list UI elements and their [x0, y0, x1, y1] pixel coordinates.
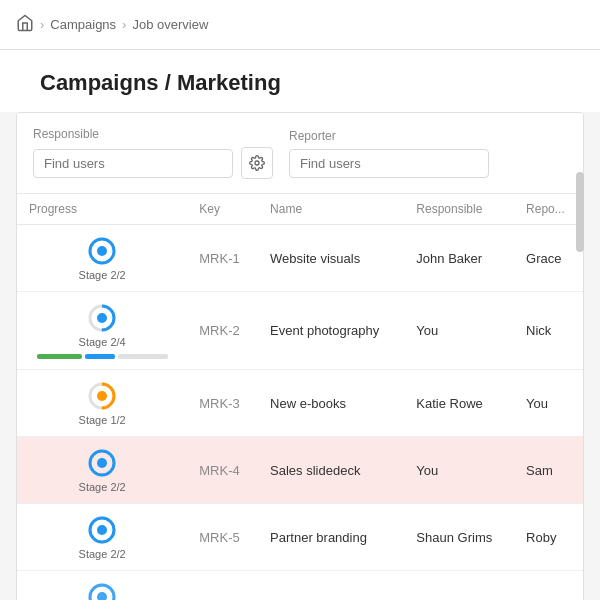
table-row[interactable]: Stage 2/2 MRK-4Sales slidedeckYouSam: [17, 437, 583, 504]
svg-point-12: [97, 458, 107, 468]
reporter-filter-label: Reporter: [289, 129, 489, 143]
key-cell: MRK-4: [187, 437, 258, 504]
progress-cell: Stage 2/2: [17, 225, 187, 292]
table-row[interactable]: Stage 1/2 MRK-3New e-booksKatie RoweYou: [17, 370, 583, 437]
svg-point-3: [97, 246, 107, 256]
stage-label: Stage 2/2: [79, 481, 126, 493]
progress-cell: Stage 2/4: [17, 292, 187, 370]
col-key: Key: [187, 194, 258, 225]
scrollbar[interactable]: [576, 172, 584, 252]
reporter-cell: Grace: [514, 225, 583, 292]
name-cell[interactable]: Sales slidedeck: [258, 437, 404, 504]
progress-cell: Stage 2/2: [17, 437, 187, 504]
col-responsible: Responsible: [404, 194, 514, 225]
name-cell[interactable]: Website visuals: [258, 225, 404, 292]
stage-label: Stage 2/2: [79, 269, 126, 281]
svg-point-15: [97, 525, 107, 535]
stage-label: Stage 1/2: [79, 414, 126, 426]
responsible-filter-label: Responsible: [33, 127, 273, 141]
reporter-search-input[interactable]: [289, 149, 489, 178]
svg-point-6: [97, 313, 107, 323]
key-cell: MRK-5: [187, 571, 258, 601]
jobs-table: Progress Key Name Responsible Repo... St…: [17, 194, 583, 600]
key-cell: MRK-1: [187, 225, 258, 292]
progress-cell: Stage 2/2: [17, 571, 187, 601]
filter-bar: Responsible Reporter: [17, 113, 583, 194]
responsible-cell: John Baker: [404, 225, 514, 292]
reporter-cell: Sam: [514, 437, 583, 504]
responsible-search-input[interactable]: [33, 149, 233, 178]
name-cell[interactable]: Event photography: [258, 292, 404, 370]
breadcrumb-campaigns[interactable]: Campaigns: [50, 17, 116, 32]
key-cell: MRK-5: [187, 504, 258, 571]
reporter-cell: Nick: [514, 292, 583, 370]
reporter-cell: Roby: [514, 504, 583, 571]
stage-label: Stage 2/2: [79, 548, 126, 560]
responsible-cell: You: [404, 292, 514, 370]
key-cell: MRK-2: [187, 292, 258, 370]
name-cell[interactable]: Partner branding: [258, 504, 404, 571]
svg-point-9: [97, 391, 107, 401]
progress-cell: Stage 1/2: [17, 370, 187, 437]
responsible-cell: John Baker: [404, 571, 514, 601]
svg-point-18: [97, 592, 107, 600]
breadcrumb-sep2: ›: [122, 17, 126, 32]
table-row[interactable]: Stage 2/2 MRK-5Partner brandingShaun Gri…: [17, 504, 583, 571]
col-reporter: Repo...: [514, 194, 583, 225]
table-row[interactable]: Stage 2/2 MRK-1Website visualsJohn Baker…: [17, 225, 583, 292]
table-row[interactable]: Stage 2/2 MRK-5BusinesscardsJohn BakerJo…: [17, 571, 583, 601]
progress-cell: Stage 2/2: [17, 504, 187, 571]
reporter-cell: John: [514, 571, 583, 601]
stage-label: Stage 2/4: [79, 336, 126, 348]
breadcrumb-job-overview: Job overview: [132, 17, 208, 32]
gear-button[interactable]: [241, 147, 273, 179]
svg-point-0: [255, 161, 259, 165]
breadcrumb-sep1: ›: [40, 17, 44, 32]
col-name: Name: [258, 194, 404, 225]
reporter-cell: You: [514, 370, 583, 437]
name-cell[interactable]: Businesscards: [258, 571, 404, 601]
name-cell[interactable]: New e-books: [258, 370, 404, 437]
home-icon[interactable]: [16, 14, 34, 35]
page-title: Campaigns / Marketing: [0, 50, 600, 112]
responsible-cell: Katie Rowe: [404, 370, 514, 437]
key-cell: MRK-3: [187, 370, 258, 437]
responsible-cell: Shaun Grims: [404, 504, 514, 571]
table-row[interactable]: Stage 2/4 MRK-2Event photographyYouNick: [17, 292, 583, 370]
col-progress: Progress: [17, 194, 187, 225]
breadcrumb: › Campaigns › Job overview: [0, 0, 600, 50]
responsible-cell: You: [404, 437, 514, 504]
